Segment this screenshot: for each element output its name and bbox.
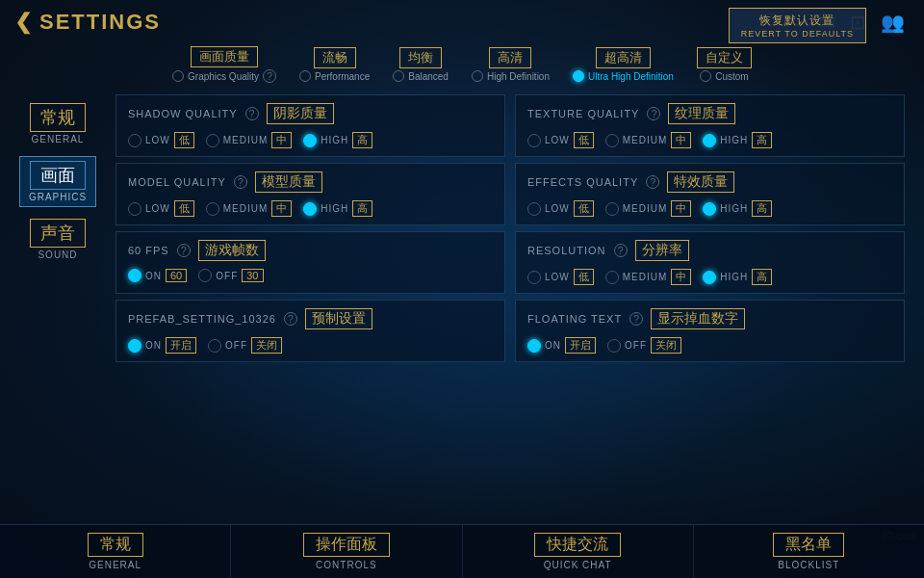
- fps-off-en: OFF: [216, 271, 238, 281]
- sidebar-item-general[interactable]: 常规 GENERAL: [19, 99, 96, 148]
- resolution-header: RESOLUTION ? 分辨率: [527, 240, 892, 261]
- tab-graphics-quality-chinese: 画面质量: [191, 46, 258, 67]
- effects-high[interactable]: HIGH 高: [703, 200, 772, 217]
- texture-medium-cn: 中: [671, 132, 691, 148]
- sidebar-graphics-english: GRAPHICS: [29, 192, 87, 202]
- prefab-title-cn: 预制设置: [305, 308, 372, 329]
- bottom-nav-quickchat[interactable]: 快捷交流 QUICK CHAT: [463, 525, 694, 578]
- resolution-low-radio: [527, 271, 541, 284]
- bottom-nav-controls[interactable]: 操作面板 CONTROLS: [231, 525, 462, 578]
- shadow-low-en: LOW: [145, 135, 170, 145]
- friends-icon[interactable]: 👥: [881, 11, 905, 34]
- floating-off[interactable]: OFF 关闭: [607, 337, 681, 354]
- shadow-high-en: HIGH: [321, 135, 348, 145]
- settings-row-2: 60 FPS ? 游戏帧数 ON 60 OFF 30: [116, 231, 905, 294]
- tab-balanced[interactable]: 均衡 Balanced: [381, 45, 460, 84]
- floating-text-options: ON 开启 OFF 关闭: [527, 337, 892, 354]
- texture-high-en: HIGH: [720, 135, 748, 145]
- tab-uhd-chinese: 超高清: [596, 47, 651, 68]
- shadow-low-radio: [128, 134, 141, 147]
- texture-options: LOW 低 MEDIUM 中 HIGH 高: [527, 132, 892, 148]
- model-quality-help[interactable]: ?: [234, 175, 247, 189]
- effects-low[interactable]: LOW 低: [527, 200, 594, 217]
- texture-quality-help[interactable]: ?: [647, 107, 660, 120]
- prefab-options: ON 开启 OFF 关闭: [128, 337, 493, 354]
- shadow-high[interactable]: HIGH 高: [303, 132, 372, 148]
- shadow-medium[interactable]: MEDIUM 中: [206, 132, 293, 148]
- sidebar-sound-chinese: 声音: [30, 219, 86, 248]
- texture-high-radio: [703, 134, 716, 147]
- shadow-quality-block: SHADOW QUALITY ? 阴影质量 LOW 低 MEDIUM: [116, 94, 505, 157]
- fps-help[interactable]: ?: [177, 244, 191, 257]
- resolution-low[interactable]: LOW 低: [527, 269, 594, 285]
- shadow-low[interactable]: LOW 低: [128, 132, 194, 148]
- effects-medium[interactable]: MEDIUM 中: [605, 200, 692, 217]
- floating-on-en: ON: [545, 340, 561, 351]
- tab-custom[interactable]: 自定义 Custom: [685, 45, 763, 84]
- back-icon[interactable]: ❮: [14, 10, 32, 35]
- fps-header: 60 FPS ? 游戏帧数: [128, 240, 493, 261]
- header: ❮ SETTINGS 恢复默认设置 REVERT TO DEFAULTS ✉ ⊡…: [0, 0, 924, 39]
- main-content: 常规 GENERAL 画面 GRAPHICS 声音 SOUND SHADOW Q…: [0, 90, 924, 524]
- texture-low[interactable]: LOW 低: [527, 132, 594, 148]
- sidebar-item-graphics[interactable]: 画面 GRAPHICS: [19, 156, 96, 207]
- bottom-blocklist-chinese: 黑名单: [773, 533, 844, 557]
- texture-high[interactable]: HIGH 高: [703, 132, 772, 148]
- model-high[interactable]: HIGH 高: [303, 200, 372, 217]
- effects-medium-radio: [605, 202, 619, 216]
- tab-graphics-quality-english: Graphics Quality ?: [172, 69, 276, 83]
- prefab-off[interactable]: OFF 关闭: [208, 337, 282, 354]
- model-low-cn: 低: [174, 200, 194, 217]
- model-options: LOW 低 MEDIUM 中 HIGH 高: [128, 200, 493, 217]
- resolution-options: LOW 低 MEDIUM 中 HIGH 高: [527, 269, 892, 285]
- tab-graphics-quality[interactable]: 画面质量 Graphics Quality ?: [161, 44, 288, 85]
- shadow-quality-header: SHADOW QUALITY ? 阴影质量: [128, 103, 493, 124]
- tab-hd[interactable]: 高清 High Definition: [460, 45, 561, 84]
- sidebar-item-sound[interactable]: 声音 SOUND: [19, 215, 96, 264]
- resolution-high[interactable]: HIGH 高: [703, 269, 772, 285]
- tab-uhd[interactable]: 超高清 Ultra High Definition: [561, 45, 685, 84]
- tab-balanced-english: Balanced: [393, 70, 449, 82]
- model-medium[interactable]: MEDIUM 中: [206, 200, 293, 217]
- floating-text-help[interactable]: ?: [629, 312, 643, 326]
- tab-hd-chinese: 高清: [489, 47, 531, 68]
- shadow-quality-title-en: SHADOW QUALITY: [128, 108, 238, 119]
- bottom-nav: 常规 GENERAL 操作面板 CONTROLS 快捷交流 QUICK CHAT…: [0, 524, 924, 578]
- tab-performance[interactable]: 流畅 Performance: [288, 45, 381, 84]
- shadow-quality-help[interactable]: ?: [245, 107, 259, 120]
- fps-off[interactable]: OFF 30: [198, 269, 263, 282]
- prefab-help[interactable]: ?: [284, 312, 297, 326]
- quality-tabs: 画面质量 Graphics Quality ? 流畅 Performance 均…: [0, 39, 924, 90]
- effects-quality-help[interactable]: ?: [646, 175, 659, 189]
- model-low[interactable]: LOW 低: [128, 200, 194, 217]
- resolution-medium-en: MEDIUM: [623, 272, 668, 282]
- revert-chinese: 恢复默认设置: [759, 13, 834, 29]
- resolution-block: RESOLUTION ? 分辨率 LOW 低 MEDIUM: [515, 231, 905, 294]
- resolution-help[interactable]: ?: [614, 244, 628, 257]
- texture-high-cn: 高: [752, 132, 772, 148]
- revert-english: REVERT TO DEFAULTS: [741, 29, 854, 39]
- fps-on[interactable]: ON 60: [128, 269, 187, 282]
- revert-button[interactable]: 恢复默认设置 REVERT TO DEFAULTS: [729, 8, 866, 43]
- effects-quality-block: EFFECTS QUALITY ? 特效质量 LOW 低 MEDIUM: [515, 163, 905, 225]
- header-icons: 恢复默认设置 REVERT TO DEFAULTS ✉ ⊡ 👥: [819, 11, 905, 34]
- shadow-medium-radio: [206, 134, 219, 147]
- resolution-high-en: HIGH: [720, 272, 748, 282]
- texture-quality-title-cn: 纹理质量: [668, 103, 735, 124]
- settings-panel: SHADOW QUALITY ? 阴影质量 LOW 低 MEDIUM: [106, 90, 914, 524]
- floating-off-radio: [607, 339, 621, 353]
- model-high-cn: 高: [352, 200, 372, 217]
- floating-on[interactable]: ON 开启: [527, 337, 596, 354]
- prefab-on[interactable]: ON 开启: [128, 337, 196, 354]
- tab-performance-english: Performance: [299, 70, 370, 82]
- model-medium-en: MEDIUM: [223, 203, 269, 214]
- texture-medium[interactable]: MEDIUM 中: [605, 132, 692, 148]
- resolution-medium[interactable]: MEDIUM 中: [605, 269, 692, 285]
- tab-hd-english: High Definition: [472, 70, 550, 82]
- prefab-header: PREFAB_SETTING_10326 ? 预制设置: [128, 308, 493, 329]
- texture-medium-radio: [605, 134, 619, 147]
- resolution-medium-radio: [605, 271, 619, 284]
- bottom-nav-blocklist[interactable]: 黑名单 BLOCKLIST: [694, 525, 924, 578]
- shadow-quality-title-cn: 阴影质量: [267, 103, 334, 124]
- bottom-nav-general[interactable]: 常规 GENERAL: [0, 525, 231, 578]
